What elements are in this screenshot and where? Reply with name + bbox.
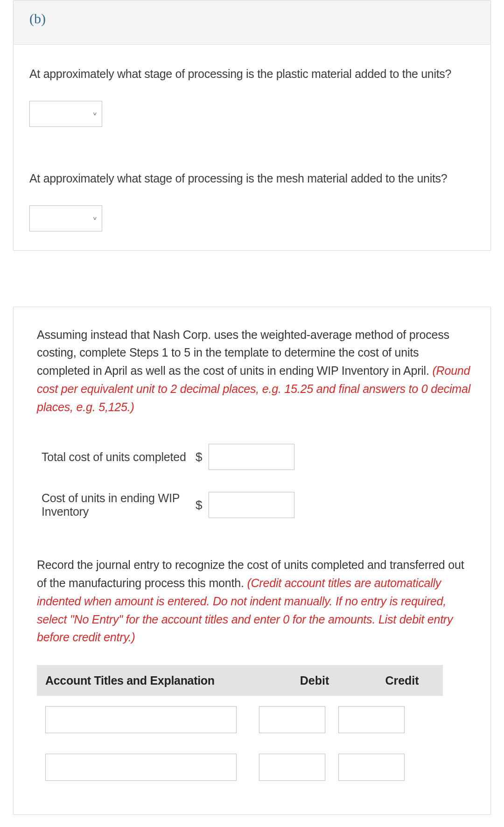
journal-entry-table: Account Titles and Explanation Debit Cre… xyxy=(37,665,443,791)
col-debit: Debit xyxy=(268,674,361,687)
currency-symbol: $ xyxy=(196,498,209,512)
part-b-body: At approximately what stage of processin… xyxy=(14,45,490,250)
je-table-header: Account Titles and Explanation Debit Cre… xyxy=(37,665,443,696)
account-title-input[interactable] xyxy=(45,706,237,733)
part-b-label: (b) xyxy=(29,11,46,26)
chevron-down-icon: ∨ xyxy=(92,216,97,221)
weighted-average-card: Assuming instead that Nash Corp. uses th… xyxy=(13,307,491,815)
table-row xyxy=(37,743,443,791)
question-plastic-stage: At approximately what stage of processin… xyxy=(29,66,475,82)
debit-input[interactable] xyxy=(259,706,325,733)
input-total-completed[interactable] xyxy=(209,444,294,470)
col-credit: Credit xyxy=(361,674,443,687)
label-ending-wip: Cost of units in ending WIP Inventory xyxy=(42,491,196,519)
part-b-header: (b) xyxy=(14,0,490,45)
label-total-completed: Total cost of units completed xyxy=(42,450,196,464)
mesh-stage-select[interactable]: ∨ xyxy=(29,205,102,231)
chevron-down-icon: ∨ xyxy=(92,111,97,116)
weighted-intro-text: Assuming instead that Nash Corp. uses th… xyxy=(37,328,449,378)
credit-input[interactable] xyxy=(338,706,405,733)
row-ending-wip: Cost of units in ending WIP Inventory $ xyxy=(42,491,472,519)
account-title-input[interactable] xyxy=(45,754,237,781)
question-mesh-stage: At approximately what stage of processin… xyxy=(29,171,475,187)
row-total-completed: Total cost of units completed $ xyxy=(42,444,472,470)
credit-input[interactable] xyxy=(338,754,405,781)
plastic-stage-select[interactable]: ∨ xyxy=(29,101,102,127)
weighted-intro: Assuming instead that Nash Corp. uses th… xyxy=(37,326,472,416)
currency-symbol: $ xyxy=(196,450,209,464)
input-ending-wip[interactable] xyxy=(209,492,294,518)
journal-entry-prompt: Record the journal entry to recognize th… xyxy=(37,556,472,646)
debit-input[interactable] xyxy=(259,754,325,781)
col-account-titles: Account Titles and Explanation xyxy=(37,674,268,687)
part-b-card: (b) At approximately what stage of proce… xyxy=(13,0,491,251)
table-row xyxy=(37,696,443,743)
